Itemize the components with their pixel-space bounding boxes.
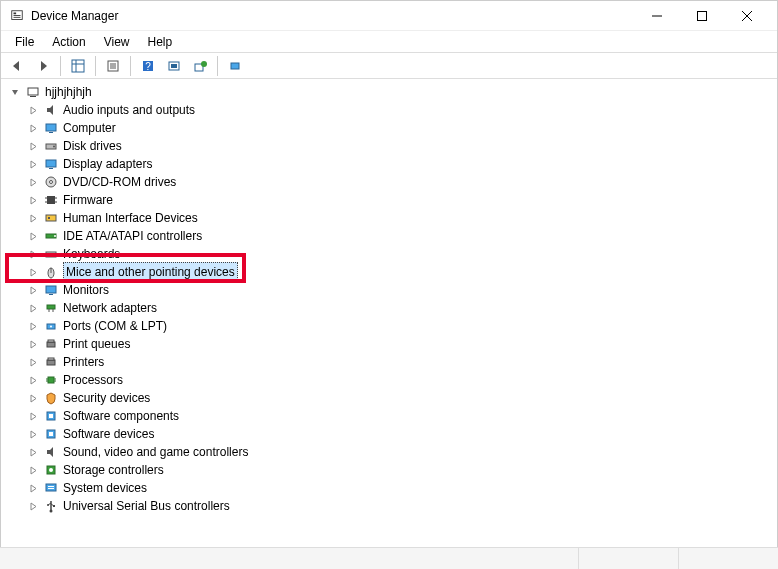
tree-category[interactable]: Ports (COM & LPT) bbox=[25, 317, 775, 335]
disk-icon bbox=[43, 138, 59, 154]
tree-category-label: System devices bbox=[63, 479, 147, 497]
svg-point-66 bbox=[49, 468, 53, 472]
tree-category[interactable]: Print queues bbox=[25, 335, 775, 353]
expand-icon[interactable] bbox=[25, 286, 41, 295]
svg-point-51 bbox=[50, 326, 52, 328]
statusbar bbox=[0, 547, 778, 569]
tree-category-label: Network adapters bbox=[63, 299, 157, 317]
tree-category-label: Sound, video and game controllers bbox=[63, 443, 248, 461]
expand-icon[interactable] bbox=[25, 358, 41, 367]
svg-rect-32 bbox=[47, 196, 55, 204]
expand-icon[interactable] bbox=[25, 484, 41, 493]
expand-icon[interactable] bbox=[25, 304, 41, 313]
update-driver-button[interactable] bbox=[188, 55, 212, 77]
tree-category-label: Audio inputs and outputs bbox=[63, 101, 195, 119]
hid-icon bbox=[43, 210, 59, 226]
tree-root[interactable]: hjjhjhjhjh bbox=[7, 83, 775, 101]
tree-category[interactable]: Security devices bbox=[25, 389, 775, 407]
tree-category[interactable]: Disk drives bbox=[25, 137, 775, 155]
tree-category[interactable]: Monitors bbox=[25, 281, 775, 299]
keyboard-icon bbox=[43, 246, 59, 262]
tree-category[interactable]: Keyboards bbox=[25, 245, 775, 263]
mouse-icon bbox=[43, 264, 59, 280]
menu-help[interactable]: Help bbox=[140, 33, 181, 51]
tree-category[interactable]: Storage controllers bbox=[25, 461, 775, 479]
tree-category[interactable]: Sound, video and game controllers bbox=[25, 443, 775, 461]
monitor-icon bbox=[43, 120, 59, 136]
expand-icon[interactable] bbox=[25, 196, 41, 205]
expand-icon[interactable] bbox=[25, 250, 41, 259]
menu-view[interactable]: View bbox=[96, 33, 138, 51]
titlebar: Device Manager bbox=[1, 1, 777, 31]
expand-icon[interactable] bbox=[25, 268, 41, 277]
forward-button[interactable] bbox=[31, 55, 55, 77]
expand-icon[interactable] bbox=[25, 124, 41, 133]
toolbar-separator bbox=[217, 56, 218, 76]
svg-point-40 bbox=[54, 235, 56, 237]
tree-category[interactable]: Display adapters bbox=[25, 155, 775, 173]
tree-category-label: Disk drives bbox=[63, 137, 122, 155]
scan-hw-button[interactable] bbox=[162, 55, 186, 77]
tree-category-label: IDE ATA/ATAPI controllers bbox=[63, 227, 202, 245]
expand-icon[interactable] bbox=[25, 322, 41, 331]
tree-category[interactable]: Mice and other pointing devices bbox=[25, 263, 775, 281]
svg-point-27 bbox=[53, 146, 55, 148]
back-button[interactable] bbox=[5, 55, 29, 77]
expand-icon[interactable] bbox=[25, 502, 41, 511]
svg-rect-5 bbox=[697, 11, 706, 20]
expand-icon[interactable] bbox=[25, 340, 41, 349]
menu-file[interactable]: File bbox=[7, 33, 42, 51]
expand-icon[interactable] bbox=[25, 214, 41, 223]
computer-icon bbox=[25, 84, 41, 100]
tree-category-label: DVD/CD-ROM drives bbox=[63, 173, 176, 191]
tree-category[interactable]: System devices bbox=[25, 479, 775, 497]
svg-rect-21 bbox=[231, 63, 239, 69]
toolbar-separator bbox=[95, 56, 96, 76]
expand-icon[interactable] bbox=[25, 394, 41, 403]
tree-category[interactable]: Software devices bbox=[25, 425, 775, 443]
printer-icon bbox=[43, 354, 59, 370]
ide-icon bbox=[43, 228, 59, 244]
expand-icon[interactable] bbox=[25, 106, 41, 115]
properties-button[interactable] bbox=[101, 55, 125, 77]
expand-icon[interactable] bbox=[25, 448, 41, 457]
software-icon bbox=[43, 426, 59, 442]
expand-icon[interactable] bbox=[25, 160, 41, 169]
svg-rect-46 bbox=[49, 294, 53, 295]
device-tree[interactable]: hjjhjhjhjh Audio inputs and outputsCompu… bbox=[1, 79, 777, 544]
port-icon bbox=[43, 318, 59, 334]
collapse-icon[interactable] bbox=[7, 88, 23, 97]
expand-icon[interactable] bbox=[25, 178, 41, 187]
tree-category[interactable]: Human Interface Devices bbox=[25, 209, 775, 227]
svg-rect-53 bbox=[48, 340, 54, 342]
tree-category[interactable]: Computer bbox=[25, 119, 775, 137]
expand-icon[interactable] bbox=[25, 430, 41, 439]
help-button[interactable]: ? bbox=[136, 55, 160, 77]
expand-icon[interactable] bbox=[25, 232, 41, 241]
tree-category[interactable]: Software components bbox=[25, 407, 775, 425]
software-icon bbox=[43, 408, 59, 424]
show-hide-tree-button[interactable] bbox=[66, 55, 90, 77]
tree-category[interactable]: Network adapters bbox=[25, 299, 775, 317]
devices-by-connection-button[interactable] bbox=[223, 55, 247, 77]
expand-icon[interactable] bbox=[25, 376, 41, 385]
tree-category[interactable]: Universal Serial Bus controllers bbox=[25, 497, 775, 515]
expand-icon[interactable] bbox=[25, 412, 41, 421]
tree-category[interactable]: Printers bbox=[25, 353, 775, 371]
tree-category[interactable]: IDE ATA/ATAPI controllers bbox=[25, 227, 775, 245]
minimize-button[interactable] bbox=[634, 1, 679, 31]
toolbar-separator bbox=[130, 56, 131, 76]
maximize-button[interactable] bbox=[679, 1, 724, 31]
expand-icon[interactable] bbox=[25, 142, 41, 151]
expand-icon[interactable] bbox=[25, 466, 41, 475]
svg-rect-45 bbox=[46, 286, 56, 293]
tree-category[interactable]: DVD/CD-ROM drives bbox=[25, 173, 775, 191]
tree-category[interactable]: Firmware bbox=[25, 191, 775, 209]
window-title: Device Manager bbox=[31, 9, 118, 23]
close-button[interactable] bbox=[724, 1, 769, 31]
menu-action[interactable]: Action bbox=[44, 33, 93, 51]
svg-rect-22 bbox=[28, 88, 38, 95]
tree-category[interactable]: Processors bbox=[25, 371, 775, 389]
menubar: File Action View Help bbox=[1, 31, 777, 53]
tree-category[interactable]: Audio inputs and outputs bbox=[25, 101, 775, 119]
